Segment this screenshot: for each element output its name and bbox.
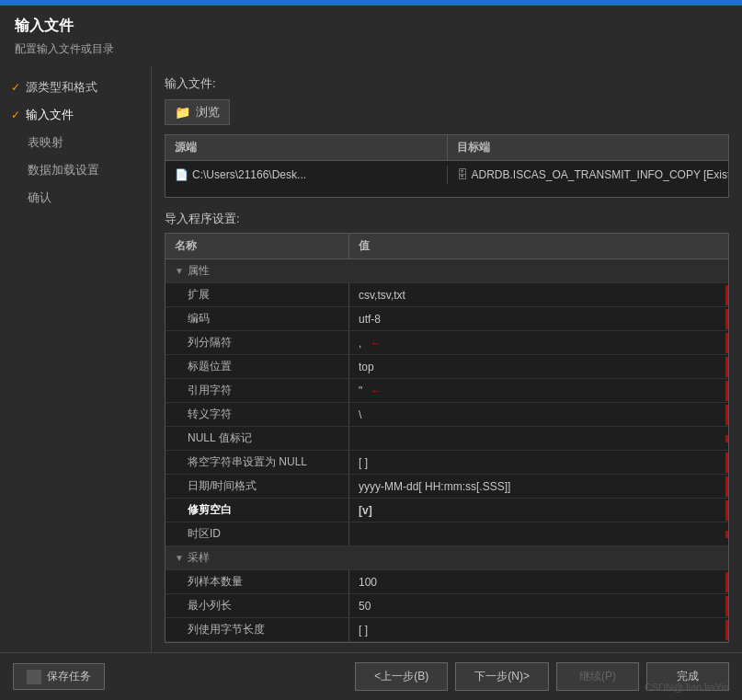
row-name-sample-count: 列样本数量 bbox=[166, 570, 349, 593]
save-icon bbox=[27, 670, 41, 684]
dialog-subtitle: 配置输入文件或目录 bbox=[0, 40, 742, 66]
empty-file-area bbox=[166, 189, 728, 198]
row-name-delimiter: 列分隔符 bbox=[166, 331, 349, 354]
sidebar-item-confirm[interactable]: 确认 bbox=[0, 184, 151, 212]
sidebar-item-mapping[interactable]: 表映射 bbox=[0, 129, 151, 156]
main-content: ✓ 源类型和格式 ✓ 输入文件 表映射 数据加载设置 确认 输入文件: bbox=[0, 66, 742, 652]
next-button[interactable]: 下一步(N)> bbox=[455, 662, 549, 691]
row-delimiter: 列分隔符 , ← bbox=[166, 331, 728, 355]
sidebar: ✓ 源类型和格式 ✓ 输入文件 表映射 数据加载设置 确认 bbox=[0, 66, 152, 652]
right-content: 输入文件: 📁 浏览 源端 目标端 📄 C:\Users\21166\Desk.… bbox=[152, 66, 742, 652]
check-icon-source-type: ✓ bbox=[11, 81, 20, 94]
row-val-escape-char: \ bbox=[349, 405, 728, 425]
row-name-date-format: 日期/时间格式 bbox=[166, 475, 349, 498]
sidebar-item-data-load[interactable]: 数据加载设置 bbox=[0, 156, 151, 184]
file-row-1: 📄 C:\Users\21166\Desk... 🗄 ADRDB.ISCAS_O… bbox=[166, 161, 728, 189]
row-name-empty-to-null: 将空字符串设置为 NULL bbox=[166, 451, 349, 474]
row-val-timezone-id bbox=[349, 531, 728, 538]
settings-body: ▼ 属性 扩展 csv,tsv,txt 编码 utf-8 列分隔符 bbox=[166, 259, 728, 642]
row-trim-whitespace: 修剪空白 [v] bbox=[166, 499, 728, 522]
row-val-delimiter: , ← bbox=[349, 333, 728, 353]
row-null-marker: NULL 值标记 bbox=[166, 427, 728, 451]
row-min-col-len: 最小列长 50 bbox=[166, 594, 728, 618]
row-name-null-marker: NULL 值标记 bbox=[166, 427, 349, 450]
watermark: CSDN@JiaoJiaYin bbox=[645, 682, 729, 693]
settings-table: 名称 值 ▼ 属性 扩展 csv,tsv,txt bbox=[165, 233, 729, 643]
row-val-encoding: utf-8 bbox=[349, 309, 728, 329]
prev-button[interactable]: <上一步(B) bbox=[355, 662, 448, 691]
row-name-quote-char: 引用字符 bbox=[166, 379, 349, 402]
row-val-sample-count: 100 bbox=[349, 572, 728, 592]
folder-icon: 📁 bbox=[175, 105, 190, 120]
file-table: 源端 目标端 📄 C:\Users\21166\Desk... 🗄 ADRDB.… bbox=[165, 134, 729, 198]
row-quote-char: 引用字符 " ← bbox=[166, 379, 728, 403]
expand-icon-sampling: ▼ bbox=[175, 553, 184, 563]
row-name-extension: 扩展 bbox=[166, 283, 349, 306]
import-settings-title: 导入程序设置: bbox=[165, 211, 729, 227]
header-source: 源端 bbox=[166, 135, 448, 160]
row-name-encoding: 编码 bbox=[166, 307, 349, 330]
cell-source-path: 📄 C:\Users\21166\Desk... bbox=[166, 166, 448, 184]
row-val-date-format: yyyy-MM-dd[ HH:mm:ss[.SSS]] bbox=[349, 476, 728, 497]
row-timezone-id: 时区ID bbox=[166, 522, 728, 546]
settings-col-val: 值 bbox=[349, 234, 728, 258]
row-use-byte-len: 列使用字节长度 [ ] bbox=[166, 618, 728, 642]
row-name-trim-whitespace: 修剪空白 bbox=[166, 499, 349, 522]
row-name-min-col-len: 最小列长 bbox=[166, 594, 349, 617]
sidebar-item-input-files[interactable]: ✓ 输入文件 bbox=[0, 101, 151, 129]
row-val-empty-to-null: [ ] bbox=[349, 453, 728, 473]
row-escape-char: 转义字符 \ bbox=[166, 403, 728, 427]
red-arrow-delimiter: ← bbox=[371, 337, 382, 350]
bottom-bar: 保存任务 <上一步(B) 下一步(N)> 继续(P) 完成 CSDN@JiaoJ… bbox=[0, 652, 742, 700]
row-name-use-byte-len: 列使用字节长度 bbox=[166, 618, 349, 641]
save-task-button[interactable]: 保存任务 bbox=[13, 663, 105, 690]
db-icon: 🗄 bbox=[457, 168, 468, 181]
row-name-header-pos: 标题位置 bbox=[166, 355, 349, 378]
settings-col-name: 名称 bbox=[166, 234, 349, 258]
browse-row: 📁 浏览 bbox=[165, 99, 729, 125]
cell-target-path: 🗄 ADRDB.ISCAS_OA_TRANSMIT_INFO_COPY [Exi… bbox=[448, 166, 729, 184]
row-empty-to-null: 将空字符串设置为 NULL [ ] bbox=[166, 451, 728, 475]
sidebar-item-source-type[interactable]: ✓ 源类型和格式 bbox=[0, 74, 151, 101]
settings-header: 名称 值 bbox=[166, 234, 728, 259]
row-val-extension: csv,tsv,txt bbox=[349, 285, 728, 305]
row-val-trim-whitespace: [v] bbox=[349, 500, 728, 521]
expand-icon-attributes: ▼ bbox=[175, 266, 184, 276]
row-val-header-pos: top bbox=[349, 357, 728, 377]
file-table-header: 源端 目标端 bbox=[166, 135, 728, 161]
row-date-format: 日期/时间格式 yyyy-MM-dd[ HH:mm:ss[.SSS]] bbox=[166, 475, 728, 499]
row-val-use-byte-len: [ ] bbox=[349, 620, 728, 640]
file-icon: 📄 bbox=[175, 168, 188, 181]
row-name-timezone-id: 时区ID bbox=[166, 522, 349, 545]
check-icon-input-files: ✓ bbox=[11, 109, 20, 121]
continue-button[interactable]: 继续(P) bbox=[556, 662, 639, 691]
red-arrow-quote: ← bbox=[371, 384, 382, 397]
row-val-min-col-len: 50 bbox=[349, 596, 728, 616]
browse-button[interactable]: 📁 浏览 bbox=[165, 99, 230, 125]
row-sample-count: 列样本数量 100 bbox=[166, 570, 728, 594]
group-header-attributes[interactable]: ▼ 属性 bbox=[166, 259, 728, 283]
import-settings: 导入程序设置: 名称 值 ▼ 属性 扩展 cs bbox=[165, 211, 729, 643]
group-header-sampling[interactable]: ▼ 采样 bbox=[166, 546, 728, 570]
header-target: 目标端 bbox=[448, 135, 729, 160]
row-encoding: 编码 utf-8 bbox=[166, 307, 728, 331]
row-val-quote-char: " ← bbox=[349, 381, 728, 401]
dialog-container: 输入文件 配置输入文件或目录 ✓ 源类型和格式 ✓ 输入文件 表映射 数据加载设… bbox=[0, 6, 742, 700]
row-extension: 扩展 csv,tsv,txt bbox=[166, 283, 728, 307]
row-name-escape-char: 转义字符 bbox=[166, 403, 349, 426]
row-val-null-marker bbox=[349, 435, 728, 442]
input-files-label: 输入文件: bbox=[165, 75, 729, 92]
dialog-title: 输入文件 bbox=[0, 6, 742, 40]
row-header-pos: 标题位置 top bbox=[166, 355, 728, 379]
